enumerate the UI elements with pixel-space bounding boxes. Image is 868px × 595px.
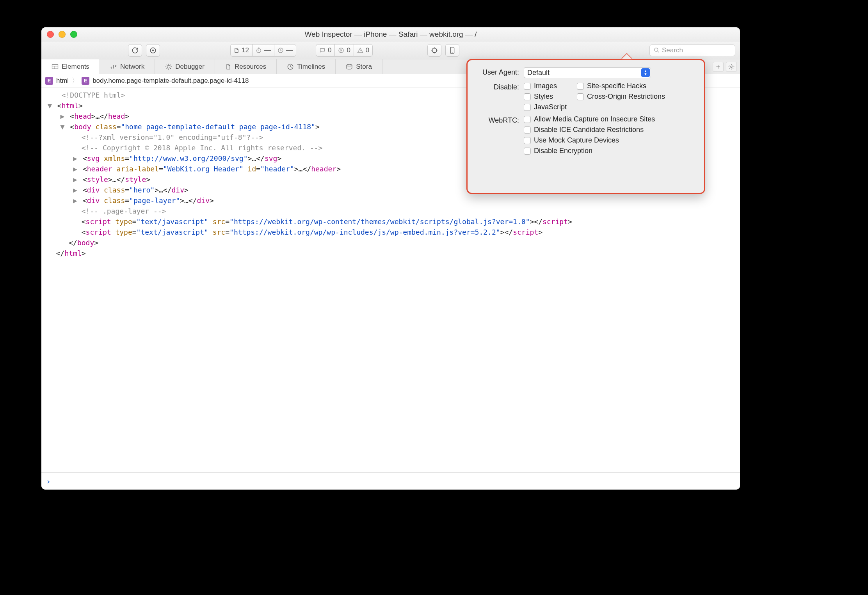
clock-icon (277, 47, 284, 53)
timelines-icon (287, 63, 294, 70)
inspector-window: Web Inspector — iPhone — Safari — webkit… (41, 27, 740, 490)
ua-label: User Agent: (475, 67, 524, 78)
select-arrows-icon: ▲▼ (641, 68, 650, 77)
disable-images-checkbox[interactable]: Images (524, 82, 567, 90)
user-agent-select[interactable]: Default ▲▼ (524, 67, 651, 78)
crosshair-icon (431, 47, 438, 54)
stopwatch-icon (256, 47, 262, 53)
tab-elements[interactable]: Elements (41, 59, 100, 74)
console-prompt[interactable]: › (41, 472, 740, 490)
close-window-button[interactable] (47, 31, 54, 38)
search-icon (654, 47, 660, 53)
warning-icon (357, 47, 363, 53)
device-settings-button[interactable] (445, 44, 459, 57)
webrtc-label: WebRTC: (475, 115, 524, 155)
popover-arrow-icon (621, 54, 632, 59)
settings-button[interactable] (726, 62, 737, 72)
tab-debugger[interactable]: Debugger (155, 59, 215, 74)
zoom-window-button[interactable] (70, 31, 77, 38)
element-badge-icon: E (45, 77, 53, 85)
warning-count[interactable]: 0 (354, 44, 373, 57)
svg-point-11 (731, 66, 732, 68)
svg-rect-5 (451, 47, 454, 53)
svg-point-1 (257, 48, 261, 53)
file-count[interactable]: 12 (230, 44, 252, 57)
webrtc-media-capture-checkbox[interactable]: Allow Media Capture on Insecure Sites (524, 115, 655, 123)
titlebar: Web Inspector — iPhone — Safari — webkit… (41, 27, 740, 41)
timer-count[interactable]: — (252, 44, 274, 57)
window-controls (47, 31, 77, 38)
webrtc-mock-devices-checkbox[interactable]: Use Mock Capture Devices (524, 136, 655, 144)
plus-icon (715, 64, 721, 69)
disable-label: Disable: (475, 82, 524, 111)
log-count[interactable]: 0 (316, 44, 334, 57)
prompt-chevron-icon: › (46, 477, 51, 486)
gear-icon (728, 64, 735, 70)
svg-rect-7 (52, 64, 58, 69)
disable-styles-checkbox[interactable]: Styles (524, 93, 567, 101)
file-icon (234, 47, 239, 53)
tab-resources[interactable]: Resources (215, 59, 277, 74)
disable-javascript-checkbox[interactable]: JavaScript (524, 103, 567, 111)
element-badge-icon: E (82, 77, 89, 85)
reload-button[interactable] (128, 44, 142, 57)
error-icon (338, 47, 344, 53)
svg-point-10 (347, 64, 352, 66)
minimize-window-button[interactable] (59, 31, 66, 38)
crumb-body[interactable]: body.home.page-template-default.page.pag… (92, 77, 249, 85)
device-icon (450, 46, 455, 54)
issue-counts: 0 0 0 (316, 44, 373, 57)
svg-point-6 (655, 48, 658, 52)
webrtc-ice-checkbox[interactable]: Disable ICE Candidate Restrictions (524, 126, 655, 134)
device-settings-popover: User Agent: Default ▲▼ Disable: Images S… (466, 59, 705, 194)
resource-counts: 12 — — (230, 44, 296, 57)
window-title: Web Inspector — iPhone — Safari — webkit… (41, 30, 740, 39)
download-icon (149, 47, 157, 54)
svg-point-8 (167, 65, 170, 68)
chevron-right-icon: 〉 (72, 76, 78, 85)
tab-timelines[interactable]: Timelines (277, 59, 336, 74)
disable-cors-checkbox[interactable]: Cross-Origin Restrictions (577, 93, 665, 101)
webrtc-disable-encryption-checkbox[interactable]: Disable Encryption (524, 147, 655, 155)
crumb-html[interactable]: html (56, 77, 69, 85)
new-tab-button[interactable] (713, 62, 724, 72)
inspector-toolbar: 12 — — 0 0 0 Search (41, 41, 740, 59)
resources-icon (225, 63, 231, 70)
svg-point-4 (432, 48, 437, 53)
network-icon (110, 64, 117, 70)
download-button[interactable] (146, 44, 160, 57)
search-field[interactable]: Search (649, 45, 735, 56)
history-count[interactable]: — (274, 44, 296, 57)
tab-network[interactable]: Network (100, 59, 155, 74)
disable-site-hacks-checkbox[interactable]: Site-specific Hacks (577, 82, 665, 90)
storage-icon (346, 64, 353, 70)
elements-icon (52, 64, 59, 70)
reload-icon (132, 47, 139, 54)
error-count[interactable]: 0 (334, 44, 353, 57)
tab-storage[interactable]: Stora (336, 59, 382, 74)
element-picker-button[interactable] (427, 44, 441, 57)
search-placeholder: Search (662, 46, 683, 54)
debugger-icon (165, 63, 172, 70)
chat-icon (319, 47, 326, 53)
